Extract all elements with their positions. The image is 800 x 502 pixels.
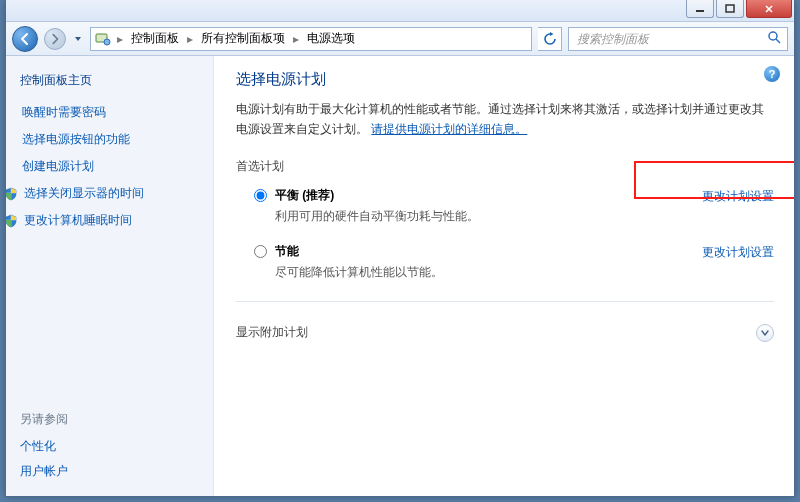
sidebar-link-label: 创建电源计划: [22, 158, 94, 175]
svg-point-4: [769, 32, 777, 40]
sidebar-link-label: 选择电源按钮的功能: [22, 131, 130, 148]
refresh-button[interactable]: [538, 27, 562, 51]
content-body: 控制面板主页 唤醒时需要密码 选择电源按钮的功能 创建电源计划: [6, 56, 794, 496]
change-plan-settings-link[interactable]: 更改计划设置: [702, 188, 774, 205]
svg-rect-1: [726, 5, 734, 12]
page-description: 电源计划有助于最大化计算机的性能或者节能。通过选择计划来将其激活，或选择计划并通…: [236, 99, 774, 140]
sidebar-link-require-password[interactable]: 唤醒时需要密码: [20, 99, 201, 126]
window: ▸ 控制面板 ▸ 所有控制面板项 ▸ 电源选项 控制面板主页 唤醒时需要密码: [5, 0, 795, 497]
desc-info-link[interactable]: 请提供电源计划的详细信息。: [371, 122, 527, 136]
address-bar[interactable]: ▸ 控制面板 ▸ 所有控制面板项 ▸ 电源选项: [90, 27, 532, 51]
search-icon[interactable]: [767, 30, 781, 47]
plan-title: 节能: [275, 243, 684, 260]
plan-power-saver-radio[interactable]: [254, 245, 267, 258]
preferred-plans-label: 首选计划: [236, 158, 774, 175]
divider: [236, 301, 774, 302]
breadcrumb-item[interactable]: 电源选项: [305, 30, 357, 47]
maximize-button[interactable]: [716, 0, 744, 18]
search-input[interactable]: [575, 31, 763, 47]
chevron-right-icon: ▸: [185, 32, 195, 46]
shield-icon: [6, 214, 18, 228]
see-also-personalization[interactable]: 个性化: [20, 434, 201, 459]
sidebar-link-label: 唤醒时需要密码: [22, 104, 106, 121]
sidebar-link-sleep-time[interactable]: 更改计算机睡眠时间: [6, 207, 201, 234]
sidebar-link-label: 更改计算机睡眠时间: [24, 212, 132, 229]
titlebar: [6, 0, 794, 22]
close-button[interactable]: [746, 0, 792, 18]
svg-point-3: [104, 39, 110, 45]
plan-body: 平衡 (推荐) 利用可用的硬件自动平衡功耗与性能。: [275, 187, 684, 225]
search-box[interactable]: [568, 27, 788, 51]
nav-history-dropdown[interactable]: [72, 33, 84, 45]
help-icon[interactable]: ?: [764, 66, 780, 82]
see-also-title: 另请参阅: [20, 411, 201, 428]
chevron-down-icon[interactable]: [756, 324, 774, 342]
sidebar: 控制面板主页 唤醒时需要密码 选择电源按钮的功能 创建电源计划: [6, 56, 214, 496]
window-buttons: [684, 0, 792, 18]
plan-balanced: 平衡 (推荐) 利用可用的硬件自动平衡功耗与性能。 更改计划设置: [236, 181, 774, 227]
svg-rect-0: [696, 10, 704, 12]
minimize-button[interactable]: [686, 0, 714, 18]
back-button[interactable]: [12, 26, 38, 52]
control-panel-icon: [95, 31, 111, 47]
plan-balanced-radio[interactable]: [254, 189, 267, 202]
change-plan-settings-link[interactable]: 更改计划设置: [702, 244, 774, 261]
chevron-right-icon: ▸: [115, 32, 125, 46]
shield-icon: [6, 187, 18, 201]
sidebar-link-label: 选择关闭显示器的时间: [24, 185, 144, 202]
additional-plans-row[interactable]: 显示附加计划: [236, 320, 774, 346]
plan-power-saver: 节能 尽可能降低计算机性能以节能。 更改计划设置: [236, 237, 774, 283]
additional-plans-label: 显示附加计划: [236, 324, 308, 341]
sidebar-home-link[interactable]: 控制面板主页: [20, 72, 201, 89]
sidebar-link-create-plan[interactable]: 创建电源计划: [20, 153, 201, 180]
breadcrumb-item[interactable]: 控制面板: [129, 30, 181, 47]
main-content: ? 选择电源计划 电源计划有助于最大化计算机的性能或者节能。通过选择计划来将其激…: [214, 56, 794, 496]
plan-subtitle: 利用可用的硬件自动平衡功耗与性能。: [275, 208, 684, 225]
sidebar-link-display-off[interactable]: 选择关闭显示器的时间: [6, 180, 201, 207]
forward-button[interactable]: [44, 28, 66, 50]
chevron-right-icon: ▸: [291, 32, 301, 46]
breadcrumb-item[interactable]: 所有控制面板项: [199, 30, 287, 47]
see-also-user-accounts[interactable]: 用户帐户: [20, 459, 201, 484]
navbar: ▸ 控制面板 ▸ 所有控制面板项 ▸ 电源选项: [6, 22, 794, 56]
sidebar-link-power-button[interactable]: 选择电源按钮的功能: [20, 126, 201, 153]
plan-subtitle: 尽可能降低计算机性能以节能。: [275, 264, 684, 281]
plan-body: 节能 尽可能降低计算机性能以节能。: [275, 243, 684, 281]
page-title: 选择电源计划: [236, 70, 774, 89]
plan-title: 平衡 (推荐): [275, 187, 684, 204]
